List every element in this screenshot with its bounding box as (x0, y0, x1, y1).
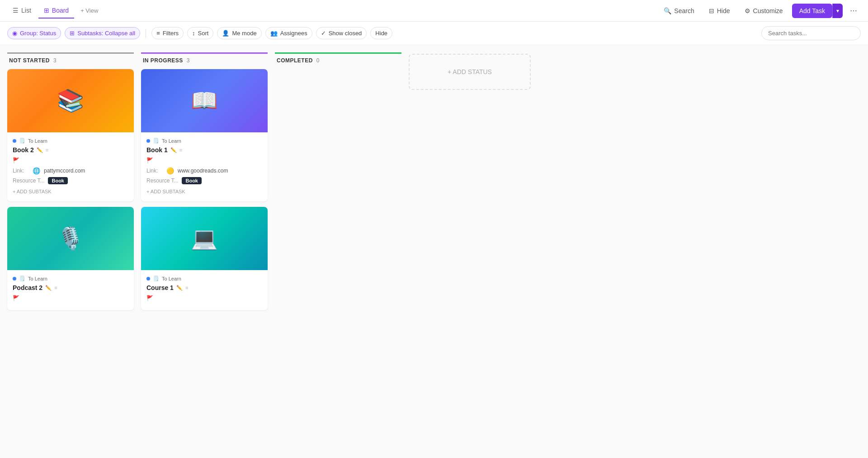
add-task-dropdown-icon: ▾ (836, 8, 839, 14)
card-book-1-edit-icon[interactable]: ✏️ (170, 147, 177, 153)
board-container: NOT STARTED 3 📚 🗒️ To Learn Book 2 ✏️ ≡ … (0, 45, 868, 458)
add-task-dropdown-button[interactable]: ▾ (832, 4, 843, 18)
add-status-column[interactable]: + ADD STATUS (409, 54, 531, 90)
card-podcast-2-image: 🎙️ (7, 207, 134, 270)
tab-list[interactable]: ☰ List (7, 3, 37, 19)
card-book-2-title-row: Book 2 ✏️ ≡ (13, 146, 128, 154)
card-book-1-add-subtask[interactable]: + ADD SUBTASK (146, 187, 262, 196)
card-book-1-category: To Learn (162, 138, 181, 144)
column-not-started: NOT STARTED 3 📚 🗒️ To Learn Book 2 ✏️ ≡ … (7, 52, 134, 316)
card-podcast-2-body: 🗒️ To Learn Podcast 2 ✏️ ≡ 🚩 (7, 270, 134, 310)
column-completed: COMPLETED 0 (275, 52, 401, 69)
filters-icon: ≡ (156, 30, 160, 37)
hide-chip[interactable]: Hide (370, 27, 392, 39)
add-status-label: + ADD STATUS (448, 68, 492, 75)
card-course-1-image: 💻 (141, 207, 268, 270)
column-in-progress: IN PROGRESS 3 📖 🗒️ To Learn Book 1 ✏️ ≡ … (141, 52, 268, 316)
add-view-label: + View (80, 7, 98, 14)
search-nav-icon: 🔍 (664, 7, 671, 14)
card-course-1-menu-icon[interactable]: ≡ (185, 285, 188, 290)
search-tasks-input[interactable] (761, 26, 861, 40)
card-book-1-badge: Book (182, 177, 202, 184)
card-book-2-menu-icon[interactable]: ≡ (46, 147, 48, 153)
in-progress-count: 3 (187, 57, 190, 64)
sort-chip[interactable]: ↕ Sort (187, 27, 213, 39)
card-podcast-2-category: To Learn (28, 276, 47, 281)
subtasks-label: Subtasks: Collapse all (77, 30, 135, 37)
show-closed-chip[interactable]: ✓ Show closed (316, 27, 367, 39)
card-book-2[interactable]: 📚 🗒️ To Learn Book 2 ✏️ ≡ 🚩 Link: 🌐 pa (7, 69, 134, 201)
card-book-1-resource: Resource T... Book (146, 177, 262, 184)
card-book-2-image: 📚 (7, 69, 134, 132)
card-podcast-2-status-dot (13, 277, 16, 280)
add-task-button[interactable]: Add Task (792, 4, 832, 18)
add-task-label: Add Task (799, 7, 825, 14)
card-book-2-list-icon: 🗒️ (19, 138, 25, 144)
card-course-1-list-icon: 🗒️ (153, 276, 159, 281)
add-view-button[interactable]: + View (76, 5, 103, 17)
card-book-1-menu-icon[interactable]: ≡ (179, 147, 182, 153)
card-book-1-resource-label: Resource T... (146, 178, 178, 184)
filters-label: Filters (163, 30, 179, 37)
tab-board-label: Board (52, 7, 69, 14)
search-nav-label: Search (674, 7, 694, 14)
group-status-icon: ◉ (12, 30, 17, 37)
group-status-chip[interactable]: ◉ Group: Status (7, 27, 61, 39)
card-book-1-link-value[interactable]: www.goodreads.com (178, 168, 228, 174)
card-course-1-edit-icon[interactable]: ✏️ (176, 285, 183, 291)
card-book-2-link-value[interactable]: pattymccord.com (44, 168, 85, 174)
card-book-2-flag: 🚩 (13, 157, 128, 164)
card-book-1-link-label: Link: (146, 168, 163, 174)
card-podcast-2-title: Podcast 2 (13, 284, 42, 291)
hide-nav-icon: ⊟ (709, 7, 714, 14)
column-header-in-progress: IN PROGRESS 3 (141, 52, 268, 69)
filters-chip[interactable]: ≡ Filters (151, 27, 184, 39)
card-podcast-2[interactable]: 🎙️ 🗒️ To Learn Podcast 2 ✏️ ≡ 🚩 (7, 207, 134, 310)
me-mode-icon: 👤 (222, 30, 229, 37)
card-book-1[interactable]: 📖 🗒️ To Learn Book 1 ✏️ ≡ 🚩 Link: 🟡 ww (141, 69, 268, 201)
card-book-2-link: Link: 🌐 pattymccord.com (13, 167, 128, 174)
card-course-1-category: To Learn (162, 276, 181, 281)
customize-nav-icon: ⚙ (745, 7, 750, 14)
card-book-1-list-icon: 🗒️ (153, 138, 159, 144)
card-book-1-flag: 🚩 (146, 157, 262, 164)
column-header-completed: COMPLETED 0 (275, 52, 401, 69)
card-book-2-add-subtask[interactable]: + ADD SUBTASK (13, 187, 128, 196)
card-course-1-body: 🗒️ To Learn Course 1 ✏️ ≡ 🚩 (141, 270, 268, 310)
card-book-2-status-dot (13, 139, 16, 143)
show-closed-icon: ✓ (321, 30, 326, 37)
toolbar-search (761, 26, 861, 40)
tab-board[interactable]: ⊞ Board (38, 3, 74, 19)
assignees-chip[interactable]: 👥 Assignees (265, 27, 312, 39)
card-book-2-title: Book 2 (13, 146, 34, 154)
nav-overflow-button[interactable]: ⋯ (846, 4, 861, 18)
board-icon: ⊞ (44, 7, 49, 14)
nav-right-actions: 🔍 Search ⊟ Hide ⚙ Customize Add Task ▾ ⋯ (658, 4, 861, 18)
hide-button[interactable]: ⊟ Hide (703, 5, 736, 17)
card-podcast-2-title-row: Podcast 2 ✏️ ≡ (13, 284, 128, 291)
assignees-icon: 👥 (270, 30, 278, 37)
card-course-1-meta: 🗒️ To Learn (146, 276, 262, 281)
sort-label: Sort (198, 30, 209, 37)
podcast-2-emoji: 🎙️ (57, 226, 84, 251)
me-mode-chip[interactable]: 👤 Me mode (217, 27, 261, 39)
search-button[interactable]: 🔍 Search (658, 5, 699, 17)
card-course-1-title: Course 1 (146, 284, 174, 291)
card-book-2-link-icon: 🌐 (33, 167, 40, 174)
card-book-2-badge: Book (48, 177, 68, 184)
subtasks-chip[interactable]: ⊞ Subtasks: Collapse all (65, 27, 140, 39)
customize-button[interactable]: ⚙ Customize (739, 5, 788, 17)
hide-nav-label: Hide (717, 7, 730, 14)
subtasks-icon: ⊞ (70, 30, 75, 37)
book-1-emoji: 📖 (191, 88, 218, 113)
card-book-2-category: To Learn (28, 138, 47, 144)
card-course-1-flag: 🚩 (146, 295, 262, 301)
card-book-2-edit-icon[interactable]: ✏️ (37, 147, 43, 153)
card-podcast-2-menu-icon[interactable]: ≡ (54, 285, 57, 290)
card-course-1[interactable]: 💻 🗒️ To Learn Course 1 ✏️ ≡ 🚩 (141, 207, 268, 310)
card-book-1-body: 🗒️ To Learn Book 1 ✏️ ≡ 🚩 Link: 🟡 www.go… (141, 132, 268, 201)
card-course-1-title-row: Course 1 ✏️ ≡ (146, 284, 262, 291)
completed-count: 0 (316, 57, 320, 64)
add-task-group: Add Task ▾ (792, 4, 843, 18)
card-podcast-2-edit-icon[interactable]: ✏️ (45, 285, 52, 291)
